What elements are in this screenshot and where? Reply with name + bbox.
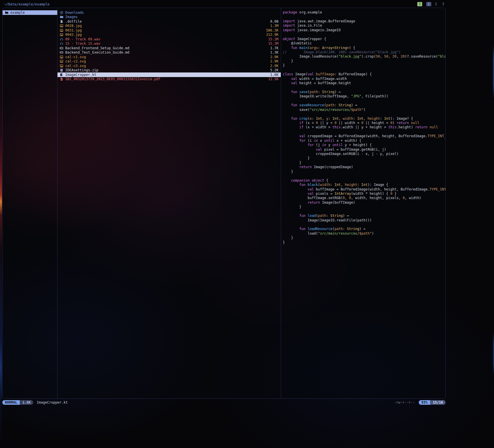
file-size: 12.5K xyxy=(268,77,278,81)
status-filename: ImageCropper.kt xyxy=(37,400,68,404)
file-row[interactable]: .dotfile0.0B xyxy=(58,19,281,24)
code-line: } xyxy=(283,236,445,240)
file-row[interactable]: 15 - Track 15.wav15.3M xyxy=(58,42,281,46)
file-name: cal-c2.svg xyxy=(65,59,270,63)
tab-bar: 1123 xyxy=(415,2,446,6)
code-line: package org.example xyxy=(283,10,445,15)
code-line: import java.io.File xyxy=(283,23,445,28)
code-line: Image(ImageIO.read(File(path))) xyxy=(283,218,445,223)
mode-badge: NORMAL xyxy=(2,400,20,405)
file-name: ImageCropper.kt xyxy=(65,73,270,77)
code-line: val croppedImage = BufferedImage(width, … xyxy=(283,134,445,138)
code-line: object ImageCropper { xyxy=(283,37,445,41)
file-row[interactable]: IDEAsettings.zip5.2K xyxy=(58,68,281,73)
file-row[interactable]: cal-c2.svg2.9K xyxy=(58,59,281,64)
file-row[interactable]: ImageCropper.kt1.6K xyxy=(58,72,281,77)
code-line: save("src/main/resources/$path") xyxy=(283,108,445,112)
tab-2[interactable]: 1 xyxy=(426,2,431,6)
code-line: @JvmStatic xyxy=(283,41,445,46)
code-line: import java.awt.image.BufferedImage xyxy=(283,19,445,23)
file-size: 1.7K xyxy=(270,46,278,50)
file-row[interactable]: Images xyxy=(58,15,281,19)
code-line xyxy=(283,112,445,116)
tab-3[interactable]: 2 xyxy=(434,2,438,6)
file-row[interactable]: Downloads xyxy=(58,10,281,15)
file-name: 0028.jpg xyxy=(65,24,270,28)
file-name: Downloads xyxy=(65,11,278,15)
code-line: } xyxy=(283,240,445,245)
file-icon xyxy=(60,20,63,23)
file-row[interactable]: cal-c3.svg2.9K xyxy=(58,64,281,68)
code-line: croppedImage.setRGB(i - x, j - y, pixel) xyxy=(283,152,445,156)
status-bar: NORMAL 1.6K ImageCropper.kt -rw-r--r-- 9… xyxy=(2,400,446,405)
file-name: Backend_Test_Execution_Guide.md xyxy=(65,50,270,54)
file-manager-panels: example DownloadsImages.dotfile0.0B0028.… xyxy=(2,8,446,399)
file-row[interactable]: Backend_Frontend_Setup_Guide.md1.7K xyxy=(58,46,281,50)
code-line: val width = buffImage.width xyxy=(283,77,445,81)
file-size: 5.2K xyxy=(270,68,278,72)
file-size: 2.9K xyxy=(270,55,278,59)
code-line xyxy=(283,32,445,37)
file-size-badge: 1.6K xyxy=(20,400,33,405)
file-row[interactable]: cal-c1.svg2.9K xyxy=(58,55,281,59)
image-icon xyxy=(60,64,63,68)
pdf-icon xyxy=(60,77,63,81)
folder-icon xyxy=(5,11,8,14)
file-name: Images xyxy=(65,15,278,19)
code-preview: package org.exampleimport java.awt.image… xyxy=(283,10,445,245)
code-line xyxy=(283,68,445,72)
file-row[interactable]: 0042.jpg212.9K xyxy=(58,33,281,37)
file-size: 2.9K xyxy=(270,64,278,68)
parent-dir-row[interactable]: example xyxy=(3,10,57,15)
file-row[interactable]: SBI_0032013739_2023_DE05_0003155631Invoi… xyxy=(58,77,281,82)
file-size: 1.6K xyxy=(270,73,278,77)
image-icon xyxy=(60,29,63,32)
file-name: cal-c3.svg xyxy=(65,64,270,68)
code-line: fun main(args: Array<String>) { xyxy=(283,46,445,50)
code-line: load("src/main/resources/$path") xyxy=(283,231,445,236)
code-line: for (j in y until y + height) { xyxy=(283,143,445,147)
code-line: fun crop(x: Int, y: Int, width: Int, hei… xyxy=(283,117,445,121)
file-size: 1.3K xyxy=(270,50,278,54)
code-line: Image.loadResource("black.jpg").crop(50,… xyxy=(283,54,445,59)
code-line: } xyxy=(283,170,445,174)
image-icon xyxy=(60,33,63,36)
code-line: fun save(path: String) = xyxy=(283,90,445,94)
file-name: SBI_0032013739_2023_DE05_0003155631Invoi… xyxy=(65,77,268,81)
code-line xyxy=(283,99,445,103)
code-line: if (x + width > this.width || y + height… xyxy=(283,125,445,129)
code-line xyxy=(283,85,445,90)
code-line: if (x < 0 || y < 0 || width < 0 || heigh… xyxy=(283,121,445,125)
file-row[interactable]: 09 - Track 09.wav15.3M xyxy=(58,37,281,42)
file-size: 212.9K xyxy=(266,33,278,37)
code-line: companion object { xyxy=(283,178,445,183)
tab-4[interactable]: 3 xyxy=(441,2,446,6)
code-line: ImageIO.write(buffImage, "JPG", File(pat… xyxy=(283,94,445,99)
tab-1[interactable]: 1 xyxy=(417,2,422,6)
code-line: return Image(croppedImage) xyxy=(283,165,445,169)
code-line: } xyxy=(283,63,445,68)
breadcrumb-path: ~/Data/example/example xyxy=(4,2,50,6)
code-line: } xyxy=(283,161,445,165)
file-name: 0042.jpg xyxy=(65,33,266,37)
file-row[interactable]: Backend_Test_Execution_Guide.md1.3K xyxy=(58,50,281,55)
cursor-position-badge: 15/16 xyxy=(430,400,446,405)
code-line: } xyxy=(283,205,445,209)
wallpaper-right-glow xyxy=(493,0,494,448)
image-icon xyxy=(60,55,63,59)
archive-icon xyxy=(60,68,63,72)
file-size: 586.3K xyxy=(266,28,278,32)
file-row[interactable]: 0031.jpg586.3K xyxy=(58,28,281,33)
wallpaper-left-glow xyxy=(0,0,2,448)
code-line: val height = buffImage.height xyxy=(283,81,445,85)
code-line: for (i in x until x + width) { xyxy=(283,139,445,143)
code-line: // Image.black(100, 100).saveResource("b… xyxy=(283,50,445,54)
code-line: fun loadResource(path: String) = xyxy=(283,227,445,231)
code-line: } xyxy=(283,59,445,63)
file-name: 0031.jpg xyxy=(65,28,266,32)
file-size: 1.3M xyxy=(270,24,278,28)
file-row[interactable]: 0028.jpg1.3M xyxy=(58,24,281,28)
file-name: .dotfile xyxy=(65,19,270,23)
file-size: 15.3M xyxy=(268,37,278,41)
header-bar: ~/Data/example/example 1123 xyxy=(2,1,446,7)
